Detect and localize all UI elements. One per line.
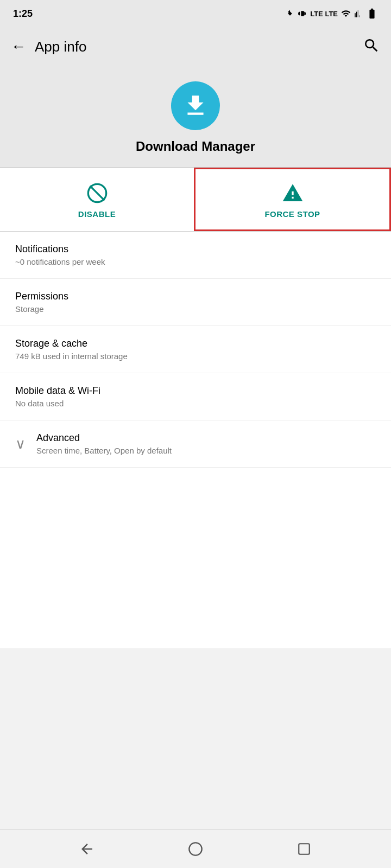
signal2-icon	[354, 8, 363, 20]
advanced-subtitle: Screen time, Battery, Open by default	[36, 446, 376, 455]
mobile-data-item[interactable]: Mobile data & Wi-Fi No data used	[0, 373, 391, 420]
notifications-subtitle: ~0 notifications per week	[15, 257, 376, 266]
permissions-subtitle: Storage	[15, 304, 376, 314]
svg-rect-3	[299, 844, 310, 854]
notifications-text: Notifications ~0 notifications per week	[15, 244, 376, 266]
svg-line-1	[90, 186, 104, 201]
back-nav-icon	[79, 841, 95, 857]
app-name: Download Manager	[136, 139, 255, 154]
disable-icon	[86, 182, 108, 204]
disable-button[interactable]: DISABLE	[0, 169, 194, 229]
recent-nav-button[interactable]	[292, 837, 316, 861]
action-row: DISABLE FORCE STOP	[0, 168, 391, 231]
notifications-item[interactable]: Notifications ~0 notifications per week	[0, 232, 391, 279]
settings-list: Notifications ~0 notifications per week …	[0, 232, 391, 648]
status-icons: LTE LTE	[285, 8, 378, 20]
battery-icon	[366, 8, 378, 20]
download-icon	[182, 92, 209, 119]
chevron-down-icon: ∨	[15, 436, 26, 452]
home-nav-icon	[188, 841, 203, 857]
vibrate-icon	[298, 8, 307, 20]
advanced-title: Advanced	[36, 432, 376, 444]
disable-label: DISABLE	[78, 209, 116, 219]
bluetooth-icon	[285, 8, 295, 20]
permissions-text: Permissions Storage	[15, 291, 376, 314]
page-title: App info	[35, 39, 86, 55]
lte-label: LTE LTE	[310, 10, 338, 18]
mobile-data-subtitle: No data used	[15, 399, 376, 408]
force-stop-label: FORCE STOP	[264, 209, 320, 219]
app-header: Download Manager	[0, 66, 391, 167]
permissions-item[interactable]: Permissions Storage	[0, 279, 391, 326]
svg-point-2	[189, 843, 201, 855]
signal1-icon	[341, 8, 351, 20]
permissions-title: Permissions	[15, 291, 376, 302]
back-button[interactable]: ←	[11, 38, 26, 55]
app-icon	[171, 81, 220, 130]
advanced-item[interactable]: ∨ Advanced Screen time, Battery, Open by…	[0, 420, 391, 468]
bottom-nav	[0, 829, 391, 868]
gray-fill	[0, 648, 391, 829]
recent-nav-icon	[297, 842, 311, 856]
home-nav-button[interactable]	[184, 837, 207, 861]
storage-subtitle: 749 kB used in internal storage	[15, 352, 376, 361]
force-stop-icon	[282, 182, 304, 204]
storage-text: Storage & cache 749 kB used in internal …	[15, 338, 376, 361]
storage-title: Storage & cache	[15, 338, 376, 349]
mobile-data-title: Mobile data & Wi-Fi	[15, 385, 376, 397]
storage-item[interactable]: Storage & cache 749 kB used in internal …	[0, 326, 391, 373]
back-nav-button[interactable]	[75, 837, 99, 861]
app-bar: ← App info	[0, 27, 391, 66]
force-stop-button[interactable]: FORCE STOP	[194, 168, 391, 231]
status-time: 1:25	[13, 8, 33, 20]
advanced-text: Advanced Screen time, Battery, Open by d…	[36, 432, 376, 455]
app-bar-left: ← App info	[11, 38, 86, 55]
status-bar: 1:25 LTE LTE	[0, 0, 391, 27]
search-icon[interactable]	[363, 37, 380, 56]
mobile-data-text: Mobile data & Wi-Fi No data used	[15, 385, 376, 408]
notifications-title: Notifications	[15, 244, 376, 255]
